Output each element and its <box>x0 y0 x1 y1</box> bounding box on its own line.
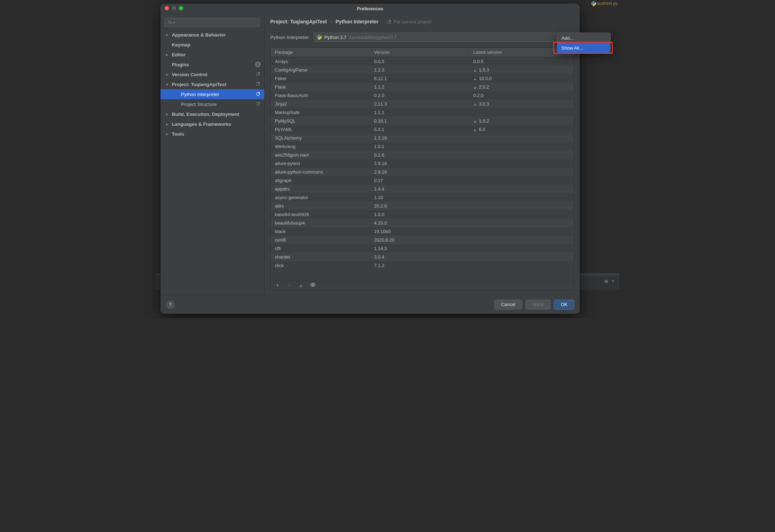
sidebar-item-label: Tools <box>172 131 184 137</box>
add-package-button[interactable]: ＋ <box>275 282 280 289</box>
close-icon[interactable]: × <box>611 278 614 284</box>
apply-button[interactable]: Apply <box>526 300 551 310</box>
table-row[interactable]: Arrays0.0.50.0.5 <box>271 57 574 66</box>
table-row[interactable]: beautifulsoup44.10.0 <box>271 219 574 227</box>
table-row[interactable]: Flask1.1.2▲2.0.2 <box>271 83 574 91</box>
popup-show-all[interactable]: Show All... <box>557 43 610 53</box>
svg-rect-9 <box>257 103 259 106</box>
chevron-icon <box>166 132 171 136</box>
packages-list[interactable]: Arrays0.0.50.0.5ConfigArgParse1.2.3▲1.5.… <box>271 57 574 280</box>
table-row[interactable]: cffi1.14.3 <box>271 244 574 253</box>
sidebar-item-appearance-behavior[interactable]: Appearance & Behavior <box>160 30 264 40</box>
chevron-right-icon: › <box>330 19 332 24</box>
cell-version: 1.4.4 <box>370 186 469 192</box>
copy-icon <box>256 101 261 107</box>
cell-package: beautifulsoup4 <box>271 220 370 226</box>
sidebar-item-languages-frameworks[interactable]: Languages & Frameworks <box>160 119 264 129</box>
window-minimize-icon[interactable] <box>172 6 176 10</box>
interpreter-combo[interactable]: Python 3.7 /usr/local/bin/python3.7 ▼ <box>313 33 574 42</box>
sidebar-item-version-control[interactable]: Version Control <box>160 69 264 79</box>
table-row[interactable]: Werkzeug1.0.1 <box>271 142 574 151</box>
table-row[interactable]: Flask-BasicAuth0.2.00.2.0 <box>271 91 574 100</box>
cell-version: 1.1.1 <box>370 110 469 115</box>
chevron-icon <box>166 122 171 126</box>
sidebar-item-tools[interactable]: Tools <box>160 129 264 139</box>
upgrade-package-button[interactable]: ▲ <box>298 282 304 288</box>
window-close-icon[interactable] <box>165 6 169 10</box>
sidebar-item-project-tuqiangapitest[interactable]: Project: TuqiangApiTest <box>160 79 264 89</box>
col-package[interactable]: Package <box>271 50 370 55</box>
sidebar-item-editor[interactable]: Editor <box>160 50 264 60</box>
help-button[interactable]: ? <box>166 300 175 309</box>
settings-tree: Appearance & BehaviorKeymapEditorPlugins… <box>160 30 264 295</box>
interpreter-path: /usr/local/bin/python3.7 <box>349 35 397 40</box>
sidebar-item-python-interpreter[interactable]: Python Interpreter <box>160 89 264 99</box>
table-row[interactable]: black19.10b0 <box>271 227 574 236</box>
upgrade-available-icon: ▲ <box>473 128 477 132</box>
table-row[interactable]: async-generator1.10 <box>271 193 574 202</box>
table-row[interactable]: aes256gcm-nacl0.1.6 <box>271 151 574 159</box>
cell-package: appdirs <box>271 186 370 192</box>
sidebar-item-keymap[interactable]: Keymap <box>160 40 264 50</box>
chevron-icon <box>166 33 171 37</box>
popup-add[interactable]: Add... <box>557 33 610 43</box>
breadcrumb: Project: TuqiangApiTest › Python Interpr… <box>270 16 574 27</box>
sidebar-item-label: Python Interpreter <box>181 92 219 97</box>
table-row[interactable]: certifi2020.6.20 <box>271 236 574 244</box>
ok-button[interactable]: OK <box>554 300 574 310</box>
table-row[interactable]: MarkupSafe1.1.1 <box>271 108 574 117</box>
table-row[interactable]: allure-python-commons2.8.18 <box>271 168 574 176</box>
badge: 1 <box>255 62 261 67</box>
svg-point-0 <box>169 21 171 23</box>
table-row[interactable]: base64-test09261.0.0 <box>271 210 574 219</box>
search-input[interactable]: ▾ <box>165 18 260 27</box>
cancel-button[interactable]: Cancel <box>494 300 522 310</box>
cell-version: 2.8.18 <box>370 169 469 175</box>
table-row[interactable]: PyMySQL0.10.1▲1.0.2 <box>271 117 574 125</box>
table-row[interactable]: appdirs1.4.4 <box>271 185 574 193</box>
sidebar-item-project-structure[interactable]: Project Structure <box>160 99 264 109</box>
search-icon <box>168 20 172 25</box>
find-chip[interactable]: is <box>605 278 608 284</box>
cell-version: 1.0.1 <box>370 144 469 149</box>
window-zoom-icon[interactable] <box>179 6 183 10</box>
upgrade-available-icon: ▲ <box>473 102 477 106</box>
packages-panel: Package Version Latest version Arrays0.0… <box>270 47 574 290</box>
cell-package: attrs <box>271 203 370 209</box>
cell-package: Faker <box>271 76 370 81</box>
table-row[interactable]: allure-pytest2.8.18 <box>271 159 574 168</box>
cell-package: SQLAlchemy <box>271 135 370 141</box>
sidebar-item-build-execution-deployment[interactable]: Build, Execution, Deployment <box>160 109 264 119</box>
cell-latest: ▲3.0.3 <box>469 101 574 107</box>
upgrade-available-icon: ▲ <box>473 68 477 72</box>
cell-version: 1.3.19 <box>370 135 469 141</box>
sidebar-item-plugins[interactable]: Plugins1 <box>160 60 264 69</box>
titlebar: Preferences <box>160 4 580 13</box>
cell-version: 4.10.0 <box>370 220 469 226</box>
sidebar-item-label: Keymap <box>172 42 191 47</box>
remove-package-button[interactable]: － <box>287 282 292 289</box>
table-row[interactable]: PyYAML5.3.1▲6.0 <box>271 125 574 134</box>
show-early-releases-button[interactable] <box>310 282 316 289</box>
table-row[interactable]: chardet3.0.4 <box>271 253 574 261</box>
table-row[interactable]: click7.1.2 <box>271 261 574 270</box>
svg-rect-7 <box>257 93 259 96</box>
table-row[interactable]: altgraph0.17 <box>271 176 574 185</box>
upgrade-available-icon: ▲ <box>473 77 477 81</box>
table-row[interactable]: attrs20.2.0 <box>271 202 574 210</box>
copy-icon <box>387 19 392 24</box>
crumb-project: Project: TuqiangApiTest <box>270 19 327 24</box>
sidebar-item-label: Version Control <box>172 72 208 77</box>
col-version[interactable]: Version <box>370 50 469 55</box>
python-icon <box>317 35 322 40</box>
table-row[interactable]: Faker8.12.1▲10.0.0 <box>271 74 574 83</box>
table-row[interactable]: Jinja22.11.3▲3.0.3 <box>271 100 574 108</box>
cell-latest: ▲10.0.0 <box>469 76 574 81</box>
cell-package: base64-test0926 <box>271 212 370 217</box>
editor-tab[interactable]: testhtml.py <box>591 0 618 7</box>
crumb-page: Python Interpreter <box>335 19 378 24</box>
cell-version: 1.0.0 <box>370 212 469 217</box>
table-row[interactable]: SQLAlchemy1.3.19 <box>271 134 574 142</box>
table-row[interactable]: ConfigArgParse1.2.3▲1.5.3 <box>271 66 574 74</box>
interpreter-popup: Add... Show All... <box>557 33 611 53</box>
